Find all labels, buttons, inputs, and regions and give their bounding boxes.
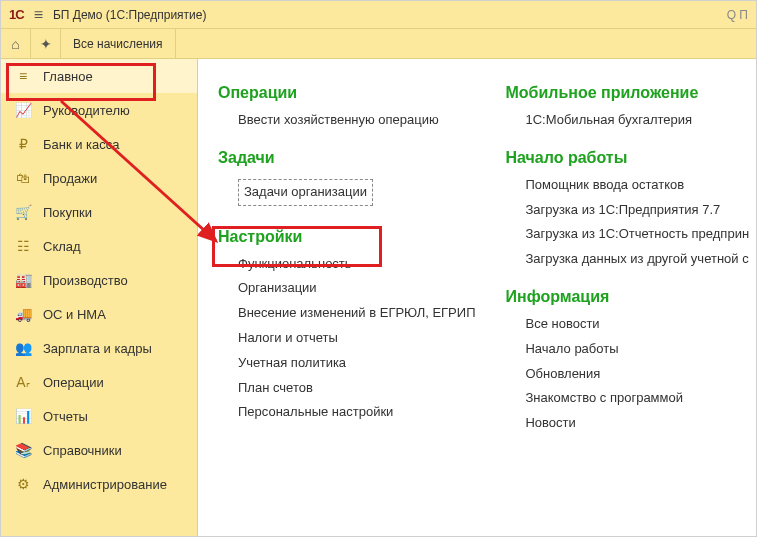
gear-icon: ⚙ <box>13 476 33 492</box>
report-icon: 📊 <box>13 408 33 424</box>
chart-icon: 📈 <box>13 102 33 118</box>
link-item[interactable]: Загрузка из 1С:Отчетность предприн <box>525 224 749 245</box>
home-button[interactable]: ⌂ <box>1 29 31 58</box>
sidebar-item-label: Справочники <box>43 443 122 458</box>
operations-icon: Аᵣ <box>13 374 33 390</box>
link-item[interactable]: Обновления <box>525 364 749 385</box>
menu-icon: ≡ <box>13 68 33 84</box>
sidebar-item-12[interactable]: ⚙Администрирование <box>1 467 197 501</box>
link-item[interactable]: Внесение изменений в ЕГРЮЛ, ЕГРИП <box>238 303 475 324</box>
sidebar-item-label: Зарплата и кадры <box>43 341 152 356</box>
sidebar-item-7[interactable]: 🚚ОС и НМА <box>1 297 197 331</box>
title-right-controls: Q П <box>727 8 748 22</box>
content-col-2: Мобильное приложение1С:Мобильная бухгалт… <box>485 59 756 536</box>
section-title: Мобильное приложение <box>505 84 749 102</box>
people-icon: 👥 <box>13 340 33 356</box>
link-item[interactable]: Помощник ввода остатков <box>525 175 749 196</box>
link-item[interactable]: Налоги и отчеты <box>238 328 475 349</box>
ruble-icon: ₽ <box>13 136 33 152</box>
link-item[interactable]: Ввести хозяйственную операцию <box>238 110 475 131</box>
sidebar-item-6[interactable]: 🏭Производство <box>1 263 197 297</box>
sidebar-item-10[interactable]: 📊Отчеты <box>1 399 197 433</box>
link-item[interactable]: Персональные настройки <box>238 402 475 423</box>
link-item[interactable]: Задачи организации <box>238 179 373 206</box>
logo-1c: 1С <box>9 7 24 22</box>
chat-icon: ✦ <box>40 36 52 52</box>
home-icon: ⌂ <box>11 36 19 52</box>
sidebar-item-11[interactable]: 📚Справочники <box>1 433 197 467</box>
sidebar-item-label: Главное <box>43 69 93 84</box>
sidebar-item-label: Склад <box>43 239 81 254</box>
sidebar-item-label: Покупки <box>43 205 92 220</box>
toolbar: ⌂ ✦ Все начисления <box>1 29 756 59</box>
sidebar-item-label: Банк и касса <box>43 137 120 152</box>
section-title: Информация <box>505 288 749 306</box>
link-item[interactable]: Все новости <box>525 314 749 335</box>
factory-icon: 🏭 <box>13 272 33 288</box>
link-item[interactable]: Новости <box>525 413 749 434</box>
link-item[interactable]: Учетная политика <box>238 353 475 374</box>
boxes-icon: ☷ <box>13 238 33 254</box>
link-item[interactable]: Загрузка данных из другой учетной с <box>525 249 749 270</box>
tab-all-accruals[interactable]: Все начисления <box>61 29 176 58</box>
section-title: Операции <box>218 84 475 102</box>
content-col-1: ОперацииВвести хозяйственную операциюЗад… <box>198 59 485 536</box>
main-menu-icon[interactable]: ≡ <box>34 6 43 24</box>
chat-button[interactable]: ✦ <box>31 29 61 58</box>
cart-icon: 🛒 <box>13 204 33 220</box>
sidebar-item-label: Операции <box>43 375 104 390</box>
sidebar-item-label: Отчеты <box>43 409 88 424</box>
window-title: БП Демо (1С:Предприятие) <box>53 8 207 22</box>
sidebar-item-label: ОС и НМА <box>43 307 106 322</box>
books-icon: 📚 <box>13 442 33 458</box>
link-item[interactable]: План счетов <box>238 378 475 399</box>
link-item[interactable]: Загрузка из 1С:Предприятия 7.7 <box>525 200 749 221</box>
sidebar: ≡Главное📈Руководителю₽Банк и касса🛍Прода… <box>1 59 198 536</box>
link-item[interactable]: Знакомство с программой <box>525 388 749 409</box>
sidebar-item-8[interactable]: 👥Зарплата и кадры <box>1 331 197 365</box>
section-title: Настройки <box>218 228 475 246</box>
sidebar-item-label: Продажи <box>43 171 97 186</box>
truck-icon: 🚚 <box>13 306 33 322</box>
link-item[interactable]: Функциональность <box>238 254 475 275</box>
title-bar: 1С ≡ БП Демо (1С:Предприятие) Q П <box>1 1 756 29</box>
sidebar-item-9[interactable]: АᵣОперации <box>1 365 197 399</box>
sidebar-item-4[interactable]: 🛒Покупки <box>1 195 197 229</box>
sidebar-item-label: Администрирование <box>43 477 167 492</box>
sidebar-item-1[interactable]: 📈Руководителю <box>1 93 197 127</box>
sidebar-item-0[interactable]: ≡Главное <box>1 59 197 93</box>
main-area: ≡Главное📈Руководителю₽Банк и касса🛍Прода… <box>1 59 756 536</box>
link-item[interactable]: 1С:Мобильная бухгалтерия <box>525 110 749 131</box>
section-title: Задачи <box>218 149 475 167</box>
sidebar-item-5[interactable]: ☷Склад <box>1 229 197 263</box>
link-item[interactable]: Организации <box>238 278 475 299</box>
sidebar-item-2[interactable]: ₽Банк и касса <box>1 127 197 161</box>
bag-icon: 🛍 <box>13 170 33 186</box>
sidebar-item-3[interactable]: 🛍Продажи <box>1 161 197 195</box>
sidebar-item-label: Руководителю <box>43 103 130 118</box>
content: ОперацииВвести хозяйственную операциюЗад… <box>198 59 756 536</box>
link-item[interactable]: Начало работы <box>525 339 749 360</box>
sidebar-item-label: Производство <box>43 273 128 288</box>
section-title: Начало работы <box>505 149 749 167</box>
